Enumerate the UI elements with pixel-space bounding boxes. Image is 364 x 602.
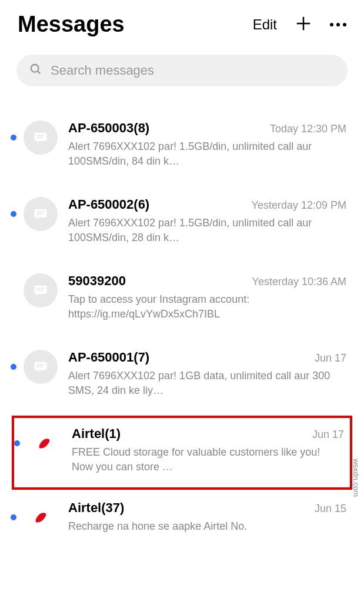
- message-preview: Recharge na hone se aapke Airtel No.: [68, 519, 346, 534]
- compose-button[interactable]: [295, 15, 312, 35]
- app-header: Messages Edit: [0, 0, 364, 49]
- sender-name: AP-650003(8): [68, 121, 149, 136]
- conversation-content: AP-650001(7) Jun 17 Alert 7696XXX102 par…: [68, 350, 346, 398]
- message-preview: FREE Cloud storage for valuable customer…: [72, 445, 344, 474]
- edit-button[interactable]: Edit: [253, 16, 277, 33]
- message-preview: Alert 7696XXX102 par! 1GB data, unlimite…: [68, 369, 346, 398]
- unread-indicator: [11, 514, 16, 520]
- conversation-content: AP-650003(8) Today 12:30 PM Alert 7696XX…: [68, 121, 346, 169]
- timestamp: Jun 15: [315, 503, 346, 515]
- avatar: [27, 426, 61, 460]
- avatar: [24, 197, 58, 231]
- message-icon: [32, 129, 49, 146]
- message-icon: [32, 359, 49, 375]
- conversation-content: Airtel(37) Jun 15 Recharge na hone se aa…: [68, 500, 346, 534]
- unread-indicator: [14, 440, 20, 446]
- svg-line-3: [38, 71, 41, 74]
- airtel-logo-icon: [36, 435, 52, 452]
- avatar: [24, 121, 58, 155]
- unread-indicator: [11, 211, 16, 217]
- timestamp: Jun 17: [315, 352, 346, 364]
- timestamp: Yesterday 12:09 PM: [252, 199, 346, 212]
- plus-icon: [295, 15, 312, 32]
- svg-rect-13: [35, 362, 47, 370]
- sender-name: Airtel(1): [72, 426, 121, 442]
- svg-rect-10: [35, 286, 47, 294]
- timestamp: Yesterday 10:36 AM: [252, 276, 346, 288]
- avatar: [24, 350, 58, 384]
- unread-indicator: [11, 364, 16, 370]
- timestamp: Today 12:30 PM: [270, 123, 346, 135]
- sender-name: AP-650001(7): [68, 350, 149, 365]
- page-title: Messages: [18, 12, 125, 37]
- conversation-item[interactable]: AP-650002(6) Yesterday 12:09 PM Alert 76…: [0, 186, 364, 263]
- search-icon: [29, 63, 42, 78]
- watermark: wsxdn.com: [352, 459, 360, 497]
- conversation-item[interactable]: AP-650003(8) Today 12:30 PM Alert 7696XX…: [0, 110, 364, 186]
- conversation-item[interactable]: Airtel(1) Jun 17 FREE Cloud storage for …: [14, 418, 350, 487]
- conversation-list: AP-650003(8) Today 12:30 PM Alert 7696XX…: [0, 98, 364, 552]
- conversation-item[interactable]: AP-650001(7) Jun 17 Alert 7696XXX102 par…: [0, 339, 364, 416]
- conversation-item[interactable]: Airtel(37) Jun 15 Recharge na hone se aa…: [0, 490, 364, 552]
- avatar: [24, 500, 58, 534]
- sender-name: AP-650002(6): [68, 197, 149, 212]
- timestamp: Jun 17: [312, 429, 344, 441]
- search-input[interactable]: Search messages: [16, 55, 348, 86]
- header-actions: Edit: [253, 15, 346, 35]
- airtel-logo-icon: [32, 509, 49, 526]
- avatar: [24, 273, 58, 307]
- unread-indicator: [11, 135, 16, 141]
- message-icon: [32, 282, 49, 299]
- svg-point-2: [31, 65, 39, 72]
- sender-name: 59039200: [68, 273, 126, 289]
- search-placeholder: Search messages: [51, 63, 154, 78]
- conversation-content: 59039200 Yesterday 10:36 AM Tap to acces…: [68, 273, 346, 322]
- more-icon: [330, 23, 333, 26]
- sender-name: Airtel(37): [68, 500, 124, 516]
- conversation-content: Airtel(1) Jun 17 FREE Cloud storage for …: [72, 426, 344, 474]
- message-icon: [32, 206, 49, 222]
- conversation-item[interactable]: 59039200 Yesterday 10:36 AM Tap to acces…: [0, 263, 364, 339]
- conversation-content: AP-650002(6) Yesterday 12:09 PM Alert 76…: [68, 197, 346, 245]
- highlighted-conversation: Airtel(1) Jun 17 FREE Cloud storage for …: [12, 416, 352, 490]
- message-preview: Alert 7696XXX102 par! 1.5GB/din, unlimit…: [68, 216, 346, 245]
- more-options-button[interactable]: [330, 23, 346, 26]
- message-preview: Tap to access your Instagram account: ht…: [68, 292, 346, 322]
- message-preview: Alert 7696XXX102 par! 1.5GB/din, unlimit…: [68, 139, 346, 169]
- svg-rect-4: [35, 133, 47, 141]
- svg-rect-7: [35, 209, 47, 218]
